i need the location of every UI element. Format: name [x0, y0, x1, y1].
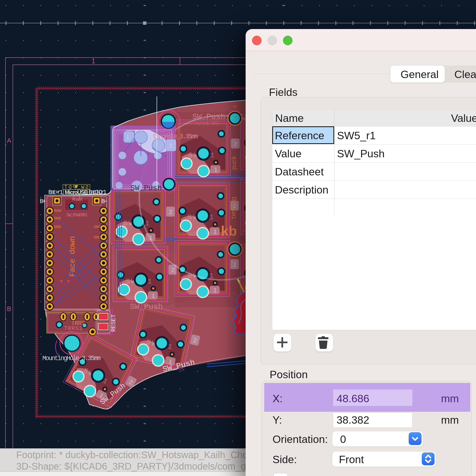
svg-text:BatGNDr1: BatGNDr1	[88, 189, 107, 196]
svg-text:SW_POWERR1: SW_POWERR1	[67, 212, 88, 218]
svg-text:GND: GND	[94, 225, 101, 229]
svg-text:B+: B+	[40, 198, 46, 205]
svg-text:tingHole_3.35mm: tingHole_3.35mm	[153, 133, 198, 140]
svg-text:n2u4 W2: n2u4 W2	[195, 120, 219, 126]
svg-text:GND: GND	[54, 216, 61, 221]
svg-text:1: 1	[92, 58, 95, 65]
svg-text:2: 2	[169, 142, 172, 149]
svg-text:RESET: RESET	[110, 314, 117, 332]
svg-text:MicroUSB: MicroUSB	[65, 189, 88, 195]
svg-text:A: A	[7, 137, 11, 144]
svg-text:POWER: POWER	[72, 197, 83, 202]
svg-text:SW_Push: SW_Push	[130, 184, 162, 192]
svg-text:GND: GND	[94, 235, 101, 240]
svg-text:tenting: tenting	[230, 197, 238, 220]
svg-text:SW_Push: SW_Push	[130, 303, 163, 311]
svg-text:B: B	[7, 305, 11, 312]
svg-text:GND: GND	[54, 225, 61, 229]
svg-text:SW_Push: SW_Push	[192, 113, 225, 121]
svg-text:1: 1	[126, 134, 129, 140]
svg-text:RAW: RAW	[54, 208, 61, 213]
svg-text:kb: kb	[221, 223, 237, 238]
svg-text:Bat+r1: Bat+r1	[48, 189, 63, 196]
svg-text:MountingHole_3.35mm: MountingHole_3.35mm	[42, 355, 101, 362]
svg-text:B−: B−	[102, 198, 108, 205]
svg-text:TRRS2: TRRS2	[64, 325, 83, 332]
svg-text:Face down: Face down	[68, 236, 77, 277]
svg-text:puck: puck	[231, 156, 238, 170]
